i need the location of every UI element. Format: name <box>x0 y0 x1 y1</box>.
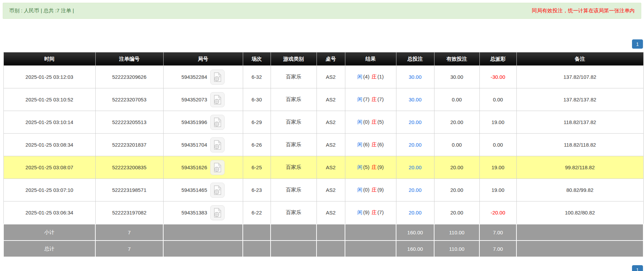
total-bet-cell: 20.00 <box>396 201 434 224</box>
round-id-cell: 594352073 <box>163 88 243 111</box>
game-type-cell: 百家乐 <box>271 201 317 224</box>
bet-id-cell: 522223201837 <box>95 134 163 156</box>
time-cell: 2025-01-25 03:10:52 <box>3 88 95 111</box>
table-no-cell: AS2 <box>317 88 345 111</box>
subtotal-valid-bet: 110.00 <box>434 224 479 241</box>
round-id-cell: 594352284 <box>163 66 243 88</box>
player-label: 闲 <box>357 164 362 170</box>
video-replay-button[interactable] <box>210 92 225 107</box>
time-cell: 2025-01-25 03:12:03 <box>3 66 95 88</box>
video-record-icon <box>213 185 222 195</box>
remark-cell: 100.82/80.82 <box>516 201 643 224</box>
game-type-cell: 百家乐 <box>271 111 317 134</box>
video-replay-button[interactable] <box>210 183 225 198</box>
total-bet-cell: 20.00 <box>396 179 434 201</box>
payout-cell: 0.00 <box>479 88 516 111</box>
bet-id-cell: 522223205513 <box>95 111 163 134</box>
player-label: 闲 <box>357 141 362 147</box>
round-id-text: 594351383 <box>181 210 207 215</box>
player-label: 闲 <box>357 119 362 125</box>
video-record-icon <box>213 208 222 218</box>
player-label: 闲 <box>357 74 362 79</box>
total-count: 7 <box>95 241 163 257</box>
subtotal-total-bet: 160.00 <box>396 224 434 241</box>
remark-cell: 99.82/118.82 <box>516 156 643 179</box>
table-no-cell: AS2 <box>317 134 345 156</box>
pagination-page-1-bottom[interactable]: 1 <box>632 265 643 271</box>
subtotal-row: 小计 7 160.00 110.00 7.00 <box>3 224 643 241</box>
payout-cell: -20.00 <box>479 201 516 224</box>
session-cell: 6-29 <box>243 111 271 134</box>
round-id-text: 594352284 <box>181 74 207 80</box>
video-record-icon <box>213 95 222 104</box>
bet-id-cell: 522223207053 <box>95 88 163 111</box>
header-bet-id: 注单编号 <box>95 52 163 66</box>
header-time: 时间 <box>3 52 95 66</box>
header-result: 结果 <box>345 52 396 66</box>
result-cell: 闲(7) 庄(7) <box>345 88 396 111</box>
player-label: 闲 <box>357 96 362 102</box>
result-cell: 闲(5) 庄(9) <box>345 156 396 179</box>
round-id-text: 594352073 <box>181 97 207 102</box>
valid-bet-cell: 20.00 <box>434 201 479 224</box>
valid-bet-cell: 0.00 <box>434 88 479 111</box>
video-replay-button[interactable] <box>210 115 225 130</box>
result-cell: 闲(0) 庄(9) <box>345 179 396 201</box>
table-row-highlighted: 2025-01-25 03:08:07 522223200835 5943516… <box>3 156 643 179</box>
total-bet-cell: 20.00 <box>396 134 434 156</box>
payout-cell: 19.00 <box>479 111 516 134</box>
total-bet-cell: 30.00 <box>396 66 434 88</box>
total-bet-cell: 30.00 <box>396 88 434 111</box>
table-no-cell: AS2 <box>317 66 345 88</box>
video-replay-button[interactable] <box>210 70 225 85</box>
game-type-cell: 百家乐 <box>271 134 317 156</box>
remark-cell: 118.82/118.82 <box>516 134 643 156</box>
bet-id-cell: 522223198571 <box>95 179 163 201</box>
round-id-text: 594351704 <box>181 142 207 148</box>
player-label: 闲 <box>357 187 362 193</box>
round-id-text: 594351996 <box>181 119 207 125</box>
valid-bet-cell: 20.00 <box>434 111 479 134</box>
header-table-no: 桌号 <box>317 52 345 66</box>
video-replay-button[interactable] <box>210 160 225 175</box>
table-no-cell: AS2 <box>317 111 345 134</box>
banker-label: 庄 <box>372 187 377 193</box>
session-cell: 6-23 <box>243 179 271 201</box>
session-cell: 6-25 <box>243 156 271 179</box>
pagination-page-1-top[interactable]: 1 <box>632 39 643 49</box>
round-id-cell: 594351996 <box>163 111 243 134</box>
round-id-text: 594351465 <box>181 187 207 193</box>
player-label: 闲 <box>357 209 362 215</box>
table-row: 2025-01-25 03:10:52 522223207053 5943520… <box>3 88 643 111</box>
payout-cell: -30.00 <box>479 66 516 88</box>
round-id-cell: 594351383 <box>163 201 243 224</box>
result-cell: 闲(4) 庄(1) <box>345 66 396 88</box>
table-row: 2025-01-25 03:10:14 522223205513 5943519… <box>3 111 643 134</box>
remark-cell: 137.82/107.82 <box>516 66 643 88</box>
video-replay-button[interactable] <box>210 137 225 152</box>
game-type-cell: 百家乐 <box>271 179 317 201</box>
remark-cell: 118.82/137.82 <box>516 111 643 134</box>
result-cell: 闲(9) 庄(7) <box>345 201 396 224</box>
valid-bet-cell: 30.00 <box>434 66 479 88</box>
total-bet-cell: 20.00 <box>396 156 434 179</box>
payout-cell: 19.00 <box>479 179 516 201</box>
banker-label: 庄 <box>372 96 377 102</box>
video-record-icon <box>213 163 222 172</box>
valid-bet-cell: 0.00 <box>434 134 479 156</box>
table-no-cell: AS2 <box>317 201 345 224</box>
banker-label: 庄 <box>372 119 377 125</box>
currency-summary-bar: 币别 : 人民币 | 总共 :7 注单 | 同局有效投注，统一计算在该局第一张注… <box>3 3 641 19</box>
time-cell: 2025-01-25 03:07:10 <box>3 179 95 201</box>
table-row: 2025-01-25 03:08:34 522223201837 5943517… <box>3 134 643 156</box>
payout-cell: 19.00 <box>479 156 516 179</box>
subtotal-payout: 7.00 <box>479 224 516 241</box>
header-session: 场次 <box>243 52 271 66</box>
bet-id-cell: 522223200835 <box>95 156 163 179</box>
payout-cell: 0.00 <box>479 134 516 156</box>
video-replay-button[interactable] <box>210 205 225 220</box>
round-id-text: 594351626 <box>181 164 207 170</box>
header-game-type: 游戏类别 <box>271 52 317 66</box>
round-id-cell: 594351704 <box>163 134 243 156</box>
header-round-id: 局号 <box>163 52 243 66</box>
